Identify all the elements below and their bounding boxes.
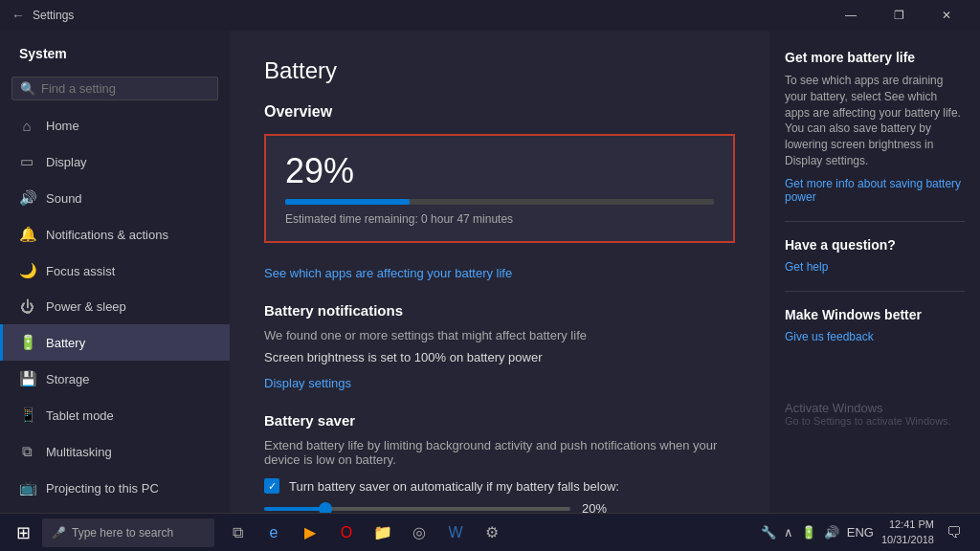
taskbar-notification-icon[interactable]: 🗨 <box>940 515 969 551</box>
taskbar-date: 10/31/2018 <box>881 533 934 547</box>
battery-slider-value: 20% <box>582 501 607 513</box>
taskbar-mic-icon: 🎤 <box>52 526 66 540</box>
search-input[interactable] <box>41 81 210 96</box>
search-box[interactable]: 🔍 <box>11 77 218 100</box>
right-section2-link[interactable]: Get help <box>785 260 965 274</box>
taskbar-settings-icon[interactable]: ⚙ <box>475 515 509 551</box>
multitasking-icon: ⧉ <box>19 443 34 460</box>
home-icon: ⌂ <box>19 118 34 134</box>
taskbar-files-icon[interactable]: 📁 <box>366 515 400 551</box>
sidebar-item-label: Battery <box>46 336 85 350</box>
title-bar-left: ← Settings <box>11 8 74 23</box>
sidebar-item-power[interactable]: ⏻ Power & sleep <box>0 289 230 324</box>
right-section1-text: To see which apps are draining your batt… <box>785 73 965 169</box>
taskbar-opera-icon[interactable]: O <box>329 515 364 551</box>
battery-saver-checkbox-row: ✓ Turn battery saver on automatically if… <box>264 478 735 494</box>
start-button[interactable]: ⊞ <box>4 514 42 552</box>
taskbar-clock[interactable]: 12:41 PM 10/31/2018 <box>881 518 934 547</box>
sound-icon: 🔊 <box>19 189 34 207</box>
sidebar-item-label: Display <box>46 155 87 169</box>
taskbar-search-text: Type here to search <box>72 526 173 540</box>
right-divider-2 <box>785 291 965 292</box>
sidebar-system-label: System <box>0 31 230 69</box>
battery-slider-row: 20% <box>264 501 735 513</box>
sidebar-item-storage[interactable]: 💾 Storage <box>0 361 230 397</box>
sidebar-item-shared[interactable]: 🔗 Shared experiences <box>0 506 230 513</box>
taskbar-right: 🔧 ∧ 🔋 🔊 ENG 12:41 PM 10/31/2018 🗨 <box>759 515 976 551</box>
checkbox-label: Turn battery saver on automatically if m… <box>289 479 619 494</box>
sidebar-item-label: Tablet mode <box>46 408 114 423</box>
checkbox-checkmark: ✓ <box>268 480 277 493</box>
taskbar-chevron-icon[interactable]: ∧ <box>782 523 795 541</box>
taskbar-search-box[interactable]: 🎤 Type here to search <box>42 518 214 547</box>
activate-title: Activate Windows <box>785 401 965 415</box>
page-title: Battery <box>264 57 735 84</box>
taskbar-chrome-icon[interactable]: ◎ <box>402 515 436 551</box>
taskbar-time: 12:41 PM <box>881 518 934 532</box>
sidebar-item-battery[interactable]: 🔋 Battery <box>0 324 230 361</box>
right-panel: Get more battery life To see which apps … <box>769 31 980 513</box>
restore-button[interactable]: ❐ <box>877 0 921 31</box>
taskbar-edge-icon[interactable]: e <box>256 515 291 551</box>
power-icon: ⏻ <box>19 298 34 315</box>
close-button[interactable]: ✕ <box>924 0 969 31</box>
sidebar-item-focus[interactable]: 🌙 Focus assist <box>0 253 230 289</box>
sidebar-item-sound[interactable]: 🔊 Sound <box>0 180 230 216</box>
taskbar-system-icons: 🔧 ∧ 🔋 🔊 ENG <box>759 523 876 541</box>
sidebar: System 🔍 ⌂ Home ▭ Display 🔊 Sound 🔔 Noti… <box>0 31 230 513</box>
sidebar-item-projecting[interactable]: 📺 Projecting to this PC <box>0 470 230 506</box>
app-body: System 🔍 ⌂ Home ▭ Display 🔊 Sound 🔔 Noti… <box>0 31 980 513</box>
notifications-icon: 🔔 <box>19 226 34 243</box>
battery-saver-title: Battery saver <box>264 412 735 429</box>
sidebar-item-label: Power & sleep <box>46 299 126 314</box>
main-panel: Battery Overview 29% Estimated time rema… <box>230 31 769 513</box>
right-section3-link[interactable]: Give us feedback <box>785 330 965 343</box>
sidebar-item-tablet[interactable]: 📱 Tablet mode <box>0 397 230 433</box>
title-bar-controls: — ❐ ✕ <box>829 0 969 31</box>
title-bar: ← Settings — ❐ ✕ <box>0 0 980 31</box>
taskbar-network-icon[interactable]: 🔧 <box>759 523 778 541</box>
taskbar-word-icon[interactable]: W <box>438 515 473 551</box>
taskbar-volume-icon[interactable]: 🔊 <box>822 523 841 541</box>
sidebar-item-label: Focus assist <box>46 264 115 278</box>
right-divider-1 <box>785 221 965 222</box>
activate-watermark: Activate Windows Go to Settings to activ… <box>785 401 965 427</box>
sidebar-item-label: Projecting to this PC <box>46 481 159 496</box>
battery-slider-thumb[interactable] <box>319 502 332 514</box>
activate-subtitle: Go to Settings to activate Windows. <box>785 415 965 427</box>
storage-icon: 💾 <box>19 370 34 387</box>
right-section3-title: Make Windows better <box>785 307 965 322</box>
title-bar-title: Settings <box>33 9 74 22</box>
right-section1-title: Get more battery life <box>785 50 965 65</box>
battery-overview-card: 29% Estimated time remaining: 0 hour 47 … <box>264 134 735 243</box>
battery-notifications-desc: We found one or more settings that might… <box>264 328 735 342</box>
battery-bar-fill <box>285 199 410 205</box>
taskbar-lang-icon[interactable]: ENG <box>845 523 876 541</box>
taskbar-vlc-icon[interactable]: ▶ <box>293 515 327 551</box>
sidebar-item-home[interactable]: ⌂ Home <box>0 108 230 143</box>
taskbar-battery-tray-icon[interactable]: 🔋 <box>799 523 818 541</box>
display-settings-link[interactable]: Display settings <box>264 376 351 390</box>
battery-notifications-title: Battery notifications <box>264 302 735 319</box>
right-section1-link[interactable]: Get more info about saving battery power <box>785 177 965 204</box>
taskbar-app-icons: ⧉ e ▶ O 📁 ◎ W ⚙ <box>220 515 509 551</box>
battery-time-remaining: Estimated time remaining: 0 hour 47 minu… <box>285 212 714 226</box>
taskbar-task-view-icon[interactable]: ⧉ <box>220 515 255 551</box>
battery-apps-link[interactable]: See which apps are affecting your batter… <box>264 266 512 280</box>
sidebar-item-label: Notifications & actions <box>46 228 168 242</box>
minimize-button[interactable]: — <box>829 0 873 31</box>
brightness-text: Screen brightness is set to 100% on batt… <box>264 350 735 364</box>
search-icon: 🔍 <box>20 81 35 96</box>
sidebar-item-display[interactable]: ▭ Display <box>0 143 230 180</box>
right-section2-title: Have a question? <box>785 237 965 253</box>
battery-icon: 🔋 <box>19 334 34 351</box>
sidebar-item-multitasking[interactable]: ⧉ Multitasking <box>0 433 230 470</box>
sidebar-item-label: Multitasking <box>46 445 112 459</box>
sidebar-item-notifications[interactable]: 🔔 Notifications & actions <box>0 216 230 253</box>
battery-saver-checkbox[interactable]: ✓ <box>264 478 279 494</box>
battery-slider-track[interactable] <box>264 507 570 511</box>
back-button[interactable]: ← <box>11 8 25 23</box>
sidebar-item-label: Home <box>46 119 79 133</box>
tablet-icon: 📱 <box>19 407 34 424</box>
focus-icon: 🌙 <box>19 262 34 279</box>
